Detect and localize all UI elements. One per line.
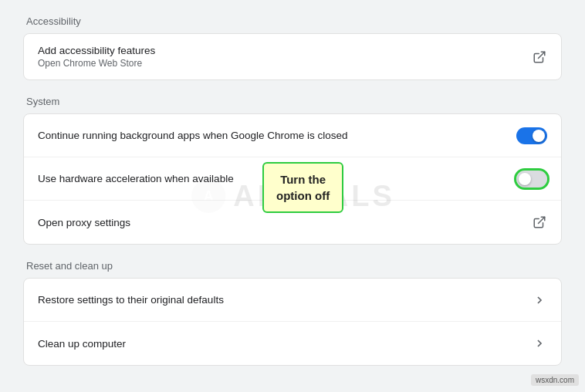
clean-computer-text: Clean up computer [38, 338, 126, 350]
proxy-settings-external-icon[interactable] [532, 215, 547, 230]
svg-line-1 [539, 217, 545, 223]
hardware-acceleration-toggle-thumb [519, 173, 531, 185]
restore-defaults-title: Restore settings to their original defau… [38, 294, 224, 306]
settings-page: Accessibility Add accessibility features… [0, 0, 585, 392]
restore-defaults-text: Restore settings to their original defau… [38, 294, 224, 306]
add-accessibility-subtitle: Open Chrome Web Store [38, 58, 155, 69]
add-accessibility-row: Add accessibility features Open Chrome W… [24, 34, 561, 79]
reset-card: Restore settings to their original defau… [23, 278, 562, 366]
hardware-acceleration-text: Use hardware acceleration when available [38, 173, 234, 184]
background-apps-row: Continue running background apps when Go… [24, 114, 561, 157]
proxy-settings-title: Open proxy settings [38, 217, 130, 228]
background-apps-text: Continue running background apps when Go… [38, 130, 348, 141]
reset-section: Reset and clean up Restore settings to t… [23, 260, 562, 366]
restore-defaults-chevron-icon [532, 292, 547, 308]
svg-line-0 [539, 52, 545, 58]
annotation-box: Turn the option off [262, 162, 343, 213]
hardware-acceleration-toggle[interactable] [516, 171, 547, 188]
background-apps-toggle-thumb [533, 130, 545, 142]
clean-computer-row[interactable]: Clean up computer [24, 322, 561, 365]
background-apps-toggle[interactable] [516, 127, 547, 144]
background-apps-title: Continue running background apps when Go… [38, 130, 348, 141]
add-accessibility-title: Add accessibility features [38, 45, 155, 56]
annotation-line2: option off [276, 189, 330, 202]
add-accessibility-external-icon[interactable] [532, 49, 547, 65]
clean-computer-title: Clean up computer [38, 338, 126, 350]
proxy-settings-text: Open proxy settings [38, 217, 130, 228]
add-accessibility-text: Add accessibility features Open Chrome W… [38, 45, 155, 69]
background-apps-toggle-wrapper [516, 127, 547, 144]
reset-section-label: Reset and clean up [23, 260, 562, 272]
hardware-acceleration-title: Use hardware acceleration when available [38, 173, 234, 184]
accessibility-section: Accessibility Add accessibility features… [23, 15, 562, 80]
system-section-label: System [23, 96, 562, 107]
clean-computer-chevron-icon [532, 336, 547, 351]
wsxdn-badge: wsxdn.com [531, 374, 579, 386]
annotation-tooltip: Turn the option off [262, 162, 343, 213]
accessibility-card: Add accessibility features Open Chrome W… [23, 33, 562, 80]
accessibility-section-label: Accessibility [23, 15, 562, 27]
annotation-line1: Turn the [280, 173, 326, 186]
restore-defaults-row[interactable]: Restore settings to their original defau… [24, 279, 561, 322]
hardware-acceleration-toggle-wrapper [516, 171, 547, 188]
